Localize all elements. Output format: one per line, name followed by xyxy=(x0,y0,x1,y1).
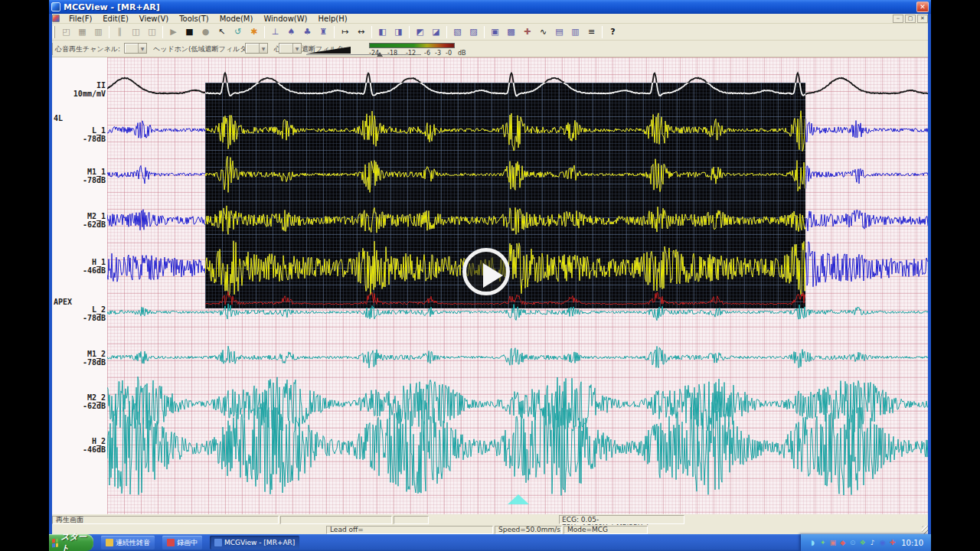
channel-label--46db: -46dB xyxy=(83,445,106,454)
tray-icon[interactable]: ▣ xyxy=(828,539,837,547)
window-1-button[interactable]: ◩ xyxy=(412,25,428,39)
channel-label-4l: 4L xyxy=(54,114,63,122)
menu-item-view[interactable]: View(V) xyxy=(134,14,174,24)
multi-page-button[interactable]: ◫ xyxy=(144,25,160,39)
menu-item-tools[interactable]: Tools(T) xyxy=(174,14,214,24)
annotate-button[interactable]: ✚ xyxy=(519,25,535,39)
speed-status: Speed=50.0mm/s xyxy=(495,526,562,534)
layout-columns-button[interactable]: ∥ xyxy=(112,25,128,39)
scale-2-button[interactable]: ◨ xyxy=(390,25,407,39)
title-bar: MCGView - [MR+AR] ✕ xyxy=(49,0,931,14)
app-window: MCGView - [MR+AR] ✕ File(F)Edit(E)View(V… xyxy=(49,0,931,551)
undo-button[interactable]: ↺ xyxy=(230,25,246,39)
taskbar-task[interactable]: 連続性雑音 xyxy=(101,536,155,549)
time-marker-icon xyxy=(508,494,529,504)
waveform-client-area: II10mm/mV4LL_1-78dBM1_1-78dBM2_1-62dBH_1… xyxy=(52,57,928,514)
fit-width-button[interactable]: ↔ xyxy=(353,25,369,39)
phono-channel-label: 心音再生チャンネル: xyxy=(55,44,120,54)
taskbar-task[interactable]: MCGView - [MR+AR] xyxy=(210,536,299,549)
video-play-button[interactable] xyxy=(462,248,510,295)
toolbar-grip[interactable] xyxy=(53,26,55,38)
mode-status: Mode=MCG xyxy=(564,526,648,534)
task-label: 連続性雑音 xyxy=(116,538,150,548)
db-gradient-bar xyxy=(369,43,455,48)
db-tick-label: -3 xyxy=(435,50,441,57)
window-2-button[interactable]: ◪ xyxy=(428,25,444,39)
channel-tool-3-button[interactable]: ♣ xyxy=(299,25,315,39)
channel-tool-4-button[interactable]: ♜ xyxy=(315,25,332,39)
tray-icon[interactable]: ❖ xyxy=(858,539,867,547)
filter-2-button[interactable]: ▩ xyxy=(503,25,519,39)
play-button[interactable]: ▶ xyxy=(165,25,181,39)
channel-label-h_1: H_1 xyxy=(92,258,106,266)
db-tick-label: -18 xyxy=(387,50,397,57)
volume-wedge-icon xyxy=(306,47,351,54)
channel-label--46db: -46dB xyxy=(83,266,106,275)
headphone-filter-select[interactable]: ▼ xyxy=(245,43,268,54)
window-title: MCGView - [MR+AR] xyxy=(64,2,160,12)
db-level-meter: -24-18-12-6-3-0dB xyxy=(369,42,472,56)
menu-item-mode[interactable]: Mode(M) xyxy=(214,14,259,24)
view-grid-button[interactable]: ▥ xyxy=(567,25,583,39)
pointer-button[interactable]: ↖ xyxy=(214,25,230,39)
main-status-bar: Lead off= Speed=50.0mm/s Mode=MCG xyxy=(49,525,931,534)
marker-button[interactable]: ✱ xyxy=(246,25,262,39)
filter-1-button[interactable]: ▣ xyxy=(487,25,503,39)
list-button[interactable]: ≡ xyxy=(583,25,599,39)
menu-item-window[interactable]: Window(W) xyxy=(258,14,312,24)
channel-label-ii: II xyxy=(96,81,106,90)
tray-icon[interactable]: ✚ xyxy=(888,539,897,547)
toolbar-separator xyxy=(264,26,265,38)
stop-button[interactable]: ■ xyxy=(181,25,198,39)
child-minimize-button[interactable]: ‒ xyxy=(893,15,903,23)
child-close-button[interactable]: ✕ xyxy=(917,15,928,23)
child-status-bar: 再生画面 ECG: 0.05-75Hz,AC(60Hz),MF(35Hz) xyxy=(52,514,928,525)
taskbar-task[interactable]: 録画中 xyxy=(162,536,202,549)
print-button[interactable]: ▥ xyxy=(90,25,106,39)
tray-icon[interactable]: ♪ xyxy=(868,539,877,547)
context-help-button[interactable]: ? xyxy=(605,25,621,39)
chevron-down-icon: ▼ xyxy=(138,44,146,53)
tray-icon[interactable]: ◗ xyxy=(808,539,817,547)
db-tick-label: -24 xyxy=(369,50,379,57)
close-button[interactable]: ✕ xyxy=(916,2,929,12)
start-button[interactable]: スタート xyxy=(49,534,93,551)
two-page-button[interactable]: ◫ xyxy=(128,25,144,39)
channel-label-10mm/mv: 10mm/mV xyxy=(74,90,106,98)
channel-label-m2_1: M2_1 xyxy=(87,212,106,220)
record-button[interactable]: ● xyxy=(198,25,214,39)
view-rows-button[interactable]: ▤ xyxy=(551,25,567,39)
channel-label--78db: -78dB xyxy=(83,176,106,184)
menu-item-edit[interactable]: Edit(E) xyxy=(97,14,134,24)
menu-item-file[interactable]: File(F) xyxy=(64,14,97,24)
child-restore-button[interactable]: ▢ xyxy=(905,15,916,23)
channel-label-gutter: II10mm/mV4LL_1-78dBM1_1-78dBM2_1-62dBH_1… xyxy=(52,57,107,514)
tray-icons: ◗✦▣◆⊙❖♪◉✚ xyxy=(808,539,897,547)
db-tick-label: -12 xyxy=(406,50,416,57)
grid-2-button[interactable]: ▨ xyxy=(466,25,482,39)
tray-icon[interactable]: ✦ xyxy=(818,539,827,547)
waveform-plot xyxy=(107,57,928,514)
tray-icon[interactable]: ◆ xyxy=(838,539,847,547)
go-start-button[interactable]: ↦ xyxy=(337,25,353,39)
menu-item-help[interactable]: Help(H) xyxy=(313,14,353,24)
toolbar-separator xyxy=(409,26,410,38)
save-button[interactable]: ▦ xyxy=(74,25,90,39)
tray-icon[interactable]: ◉ xyxy=(878,539,887,547)
lead-off-status: Lead off= xyxy=(326,526,493,534)
channel-tool-1-button[interactable]: ⊥ xyxy=(267,25,283,39)
channel-tool-2-button[interactable]: ♠ xyxy=(283,25,299,39)
window-border-right xyxy=(928,14,931,534)
channel-label-apex: APEX xyxy=(54,298,72,306)
grid-1-button[interactable]: ▧ xyxy=(449,25,466,39)
channel-label-l_2: L_2 xyxy=(92,305,106,314)
tray-icon[interactable]: ⊙ xyxy=(848,539,857,547)
open-button[interactable]: ◰ xyxy=(58,25,74,39)
phono-channel-select[interactable]: ▼ xyxy=(124,43,147,54)
highcut-filter-select[interactable]: ▼ xyxy=(279,43,302,54)
status-panel xyxy=(49,526,325,534)
task-icon xyxy=(106,539,113,546)
taskbar: スタート 連続性雑音録画中MCGView - [MR+AR] ◗✦▣◆⊙❖♪◉✚… xyxy=(49,534,931,551)
waveform-button[interactable]: ∿ xyxy=(535,25,551,39)
scale-1-button[interactable]: ◧ xyxy=(374,25,390,39)
